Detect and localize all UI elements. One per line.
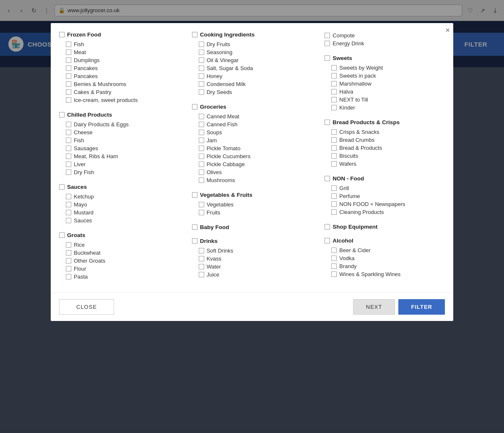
item-checkbox[interactable]: [199, 138, 204, 143]
list-item[interactable]: NEXT to Till: [325, 96, 445, 104]
list-item[interactable]: Pickle Tomato: [192, 144, 312, 152]
list-item[interactable]: Perfume: [325, 192, 445, 200]
item-checkbox[interactable]: [66, 146, 71, 151]
sweets-checkbox[interactable]: [325, 55, 330, 61]
group-chilled-products-header[interactable]: Chilled Products: [59, 112, 179, 118]
item-checkbox[interactable]: [199, 89, 204, 95]
item-checkbox[interactable]: [66, 81, 71, 87]
item-checkbox[interactable]: [66, 194, 71, 199]
list-item[interactable]: Marshmallow: [325, 80, 445, 88]
item-checkbox[interactable]: [199, 146, 204, 151]
list-item[interactable]: Dry Fish: [59, 168, 179, 176]
item-checkbox[interactable]: [66, 65, 71, 71]
item-checkbox[interactable]: [199, 42, 204, 47]
list-item[interactable]: Honey: [192, 72, 312, 80]
list-item[interactable]: Canned Fish: [192, 120, 312, 128]
chilled-products-checkbox[interactable]: [59, 112, 65, 117]
shop-equipment-checkbox[interactable]: [325, 224, 330, 230]
item-checkbox[interactable]: [331, 89, 337, 94]
item-checkbox[interactable]: [66, 57, 71, 63]
group-alcohol-header[interactable]: Alcohol: [325, 237, 445, 244]
list-item[interactable]: Meat, Ribs & Ham: [59, 152, 179, 160]
list-item[interactable]: Vegetables: [192, 201, 312, 209]
item-checkbox[interactable]: [331, 256, 337, 261]
list-item[interactable]: Canned Meat: [192, 112, 312, 120]
list-item[interactable]: NON FOOD + Newspapers: [325, 200, 445, 208]
item-checkbox[interactable]: [66, 242, 71, 248]
item-checkbox[interactable]: [66, 218, 71, 223]
list-item[interactable]: Dairy Products & Eggs: [59, 120, 179, 128]
item-checkbox[interactable]: [199, 65, 204, 71]
item-checkbox[interactable]: [199, 73, 204, 79]
list-item[interactable]: Pancakes: [59, 64, 179, 72]
list-item[interactable]: Ketchup: [59, 193, 179, 201]
group-bread-products-header[interactable]: Bread Products & Crisps: [325, 119, 445, 125]
list-item[interactable]: Wines & Sparkling Wines: [325, 270, 445, 278]
item-checkbox[interactable]: [331, 209, 337, 215]
item-checkbox[interactable]: [199, 50, 204, 55]
list-item[interactable]: Sausages: [59, 144, 179, 152]
group-sweets-header[interactable]: Sweets: [325, 55, 445, 61]
list-item[interactable]: Oil & Vinegar: [192, 56, 312, 64]
list-item[interactable]: Jam: [192, 136, 312, 144]
item-checkbox[interactable]: [199, 264, 204, 269]
item-checkbox[interactable]: [331, 65, 337, 70]
frozen-food-checkbox[interactable]: [59, 32, 65, 37]
item-checkbox[interactable]: [199, 272, 204, 277]
item-checkbox[interactable]: [199, 81, 204, 87]
list-item[interactable]: Buckwheat: [59, 249, 179, 257]
list-item[interactable]: Pasta: [59, 273, 179, 281]
list-item[interactable]: Ice-cream, sweet products: [59, 96, 179, 104]
list-item[interactable]: Sauces: [59, 216, 179, 224]
list-item[interactable]: Cleaning Products: [325, 208, 445, 216]
item-checkbox[interactable]: [199, 122, 204, 127]
group-shop-equipment-header[interactable]: Shop Equipment: [325, 224, 445, 230]
list-item[interactable]: Cakes & Pastry: [59, 88, 179, 96]
filter-button[interactable]: FILTER: [398, 299, 445, 315]
item-checkbox[interactable]: [331, 105, 337, 110]
cooking-ingredients-checkbox[interactable]: [192, 32, 197, 37]
list-item[interactable]: Dry Seeds: [192, 88, 312, 96]
item-checkbox[interactable]: [331, 81, 337, 86]
alcohol-checkbox[interactable]: [325, 238, 330, 243]
item-checkbox[interactable]: [199, 57, 204, 63]
group-drinks-header[interactable]: Drinks: [192, 238, 312, 244]
item-checkbox[interactable]: [66, 210, 71, 215]
list-item[interactable]: Liver: [59, 160, 179, 168]
item-checkbox[interactable]: [66, 122, 71, 127]
item-checkbox[interactable]: [199, 256, 204, 261]
list-item[interactable]: Grill: [325, 184, 445, 192]
group-cooking-ingredients-header[interactable]: Cooking Ingredients: [192, 31, 312, 38]
list-item[interactable]: Kinder: [325, 104, 445, 112]
groats-checkbox[interactable]: [59, 232, 65, 238]
item-checkbox[interactable]: [66, 258, 71, 263]
list-item[interactable]: Energy Drink: [325, 39, 445, 47]
item-checkbox[interactable]: [331, 153, 337, 159]
item-checkbox[interactable]: [66, 274, 71, 279]
group-non-food-header[interactable]: NON - Food: [325, 175, 445, 182]
item-checkbox[interactable]: [66, 250, 71, 256]
item-checkbox[interactable]: [331, 201, 337, 207]
list-item[interactable]: Fruits: [192, 209, 312, 216]
item-checkbox[interactable]: [331, 193, 337, 199]
list-item[interactable]: Brandy: [325, 262, 445, 270]
item-checkbox[interactable]: [331, 129, 337, 135]
item-checkbox[interactable]: [331, 145, 337, 151]
item-checkbox[interactable]: [331, 137, 337, 143]
item-checkbox[interactable]: [66, 202, 71, 207]
baby-food-checkbox[interactable]: [192, 224, 197, 230]
list-item[interactable]: Berries & Mushrooms: [59, 80, 179, 88]
item-checkbox[interactable]: [66, 73, 71, 79]
item-checkbox[interactable]: [66, 162, 71, 167]
list-item[interactable]: Juice: [192, 271, 312, 279]
list-item[interactable]: Pickle Cabbage: [192, 160, 312, 168]
item-checkbox[interactable]: [199, 130, 204, 135]
list-item[interactable]: Mustard: [59, 209, 179, 216]
item-checkbox[interactable]: [331, 263, 337, 269]
item-checkbox[interactable]: [331, 161, 337, 167]
list-item[interactable]: Soups: [192, 128, 312, 136]
list-item[interactable]: Rice: [59, 241, 179, 249]
group-vegetables-fruits-header[interactable]: Vegetables & Fruits: [192, 192, 312, 198]
list-item[interactable]: Meat: [59, 48, 179, 56]
item-checkbox[interactable]: [199, 170, 204, 175]
